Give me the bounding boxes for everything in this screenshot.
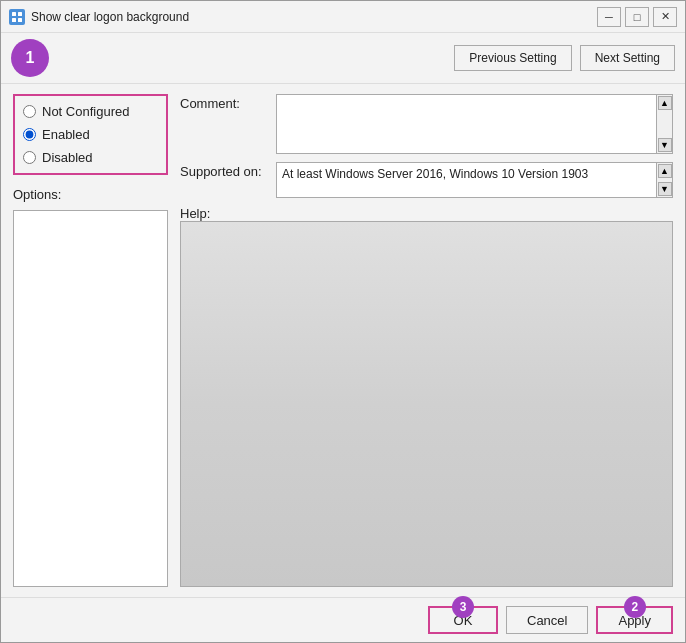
comment-field-content: ▲ ▼ xyxy=(276,94,673,154)
content-area: Not Configured Enabled Disabled Options: xyxy=(1,84,685,597)
options-box xyxy=(13,210,168,587)
left-panel: Not Configured Enabled Disabled Options: xyxy=(13,94,168,587)
disabled-radio[interactable] xyxy=(23,151,36,164)
scroll-down-arrow[interactable]: ▼ xyxy=(658,138,672,152)
disabled-label: Disabled xyxy=(42,150,93,165)
comment-textarea[interactable] xyxy=(276,94,657,154)
supported-on-label: Supported on: xyxy=(180,162,270,179)
enabled-option[interactable]: Enabled xyxy=(23,127,158,142)
previous-setting-button[interactable]: Previous Setting xyxy=(454,45,571,71)
scroll-up-arrow[interactable]: ▲ xyxy=(658,96,672,110)
footer: 3 OK Cancel 2 Apply xyxy=(1,597,685,642)
disabled-option[interactable]: Disabled xyxy=(23,150,158,165)
toolbar: 1 Previous Setting Next Setting xyxy=(1,33,685,84)
supported-scrollbar[interactable]: ▲ ▼ xyxy=(657,162,673,198)
not-configured-option[interactable]: Not Configured xyxy=(23,104,158,119)
window-title: Show clear logon background xyxy=(31,10,597,24)
svg-rect-0 xyxy=(12,12,16,16)
enabled-label: Enabled xyxy=(42,127,90,142)
configuration-radio-group: Not Configured Enabled Disabled xyxy=(13,94,168,175)
supported-scroll-down[interactable]: ▼ xyxy=(658,182,672,196)
help-content xyxy=(181,222,672,586)
not-configured-label: Not Configured xyxy=(42,104,129,119)
toolbar-badge: 1 xyxy=(26,49,35,67)
help-area: Help: xyxy=(180,206,673,587)
maximize-button[interactable]: □ xyxy=(625,7,649,27)
svg-rect-3 xyxy=(18,18,22,22)
main-window: Show clear logon background ─ □ ✕ 1 Prev… xyxy=(0,0,686,643)
next-setting-button[interactable]: Next Setting xyxy=(580,45,675,71)
svg-rect-2 xyxy=(12,18,16,22)
comment-scrollbar[interactable]: ▲ ▼ xyxy=(657,94,673,154)
supported-on-field-content: At least Windows Server 2016, Windows 10… xyxy=(276,162,673,198)
help-box xyxy=(180,221,673,587)
window-controls: ─ □ ✕ xyxy=(597,7,677,27)
main-area: Not Configured Enabled Disabled Options: xyxy=(13,94,673,587)
ok-button-wrapper: 3 OK xyxy=(428,606,498,634)
minimize-button[interactable]: ─ xyxy=(597,7,621,27)
supported-scroll-up[interactable]: ▲ xyxy=(658,164,672,178)
apply-button-wrapper: 2 Apply xyxy=(596,606,673,634)
not-configured-radio[interactable] xyxy=(23,105,36,118)
right-panel: Comment: ▲ ▼ Supported on: At least Wind… xyxy=(180,94,673,587)
apply-badge: 2 xyxy=(624,596,646,618)
supported-on-text: At least Windows Server 2016, Windows 10… xyxy=(276,162,657,198)
close-button[interactable]: ✕ xyxy=(653,7,677,27)
comment-row: Comment: ▲ ▼ xyxy=(180,94,673,154)
comment-label: Comment: xyxy=(180,94,270,111)
window-icon xyxy=(9,9,25,25)
help-label: Help: xyxy=(180,206,673,221)
supported-on-row: Supported on: At least Windows Server 20… xyxy=(180,162,673,198)
cancel-button[interactable]: Cancel xyxy=(506,606,588,634)
svg-rect-1 xyxy=(18,12,22,16)
policy-icon: 1 xyxy=(11,39,49,77)
options-label: Options: xyxy=(13,187,168,202)
ok-badge: 3 xyxy=(452,596,474,618)
title-bar: Show clear logon background ─ □ ✕ xyxy=(1,1,685,33)
enabled-radio[interactable] xyxy=(23,128,36,141)
